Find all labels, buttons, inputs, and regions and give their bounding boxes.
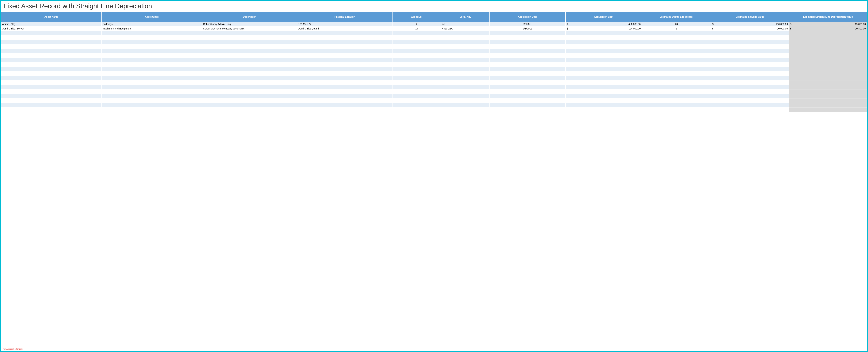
table-cell[interactable] bbox=[101, 35, 202, 40]
table-cell[interactable] bbox=[489, 44, 566, 49]
table-cell[interactable]: $124,000.00 bbox=[566, 26, 642, 31]
table-cell[interactable]: 4463-22A bbox=[441, 26, 489, 31]
table-cell[interactable] bbox=[393, 54, 441, 58]
table-cell[interactable]: 2/9/2015 bbox=[489, 22, 566, 26]
table-cell[interactable] bbox=[789, 99, 867, 103]
table-cell[interactable] bbox=[489, 99, 566, 103]
table-cell[interactable] bbox=[789, 67, 867, 71]
table-cell[interactable] bbox=[202, 35, 297, 40]
table-cell[interactable] bbox=[711, 103, 789, 107]
table-cell[interactable] bbox=[297, 103, 393, 107]
table-cell[interactable] bbox=[489, 62, 566, 67]
table-cell[interactable] bbox=[642, 94, 711, 99]
table-cell[interactable] bbox=[489, 58, 566, 62]
table-cell[interactable] bbox=[441, 80, 489, 85]
table-cell[interactable] bbox=[393, 103, 441, 107]
table-cell[interactable] bbox=[101, 67, 202, 71]
table-cell[interactable] bbox=[642, 67, 711, 71]
table-cell[interactable] bbox=[489, 103, 566, 107]
table-cell[interactable] bbox=[297, 67, 393, 71]
table-cell[interactable] bbox=[202, 85, 297, 90]
table-cell[interactable] bbox=[489, 94, 566, 99]
table-cell[interactable] bbox=[101, 103, 202, 107]
table-cell[interactable] bbox=[202, 31, 297, 35]
table-cell[interactable] bbox=[393, 62, 441, 67]
table-cell[interactable]: Admin. Bldg. Server bbox=[1, 26, 101, 31]
table-cell[interactable] bbox=[101, 49, 202, 54]
table-cell[interactable] bbox=[1, 103, 101, 107]
table-cell[interactable] bbox=[789, 107, 867, 112]
table-cell[interactable] bbox=[101, 76, 202, 80]
table-cell[interactable] bbox=[297, 71, 393, 76]
table-cell[interactable]: Admin. Bldg., 5th fl. bbox=[297, 26, 393, 31]
table-cell[interactable] bbox=[489, 90, 566, 94]
table-cell[interactable] bbox=[101, 44, 202, 49]
table-cell[interactable] bbox=[202, 94, 297, 99]
table-cell[interactable] bbox=[711, 44, 789, 49]
table-cell[interactable] bbox=[566, 54, 642, 58]
table-cell[interactable] bbox=[393, 71, 441, 76]
table-cell[interactable]: Buildings bbox=[101, 22, 202, 26]
table-cell[interactable] bbox=[1, 54, 101, 58]
table-cell[interactable] bbox=[789, 40, 867, 44]
table-cell[interactable] bbox=[297, 54, 393, 58]
col-acq-cost[interactable]: Acquisition Cost bbox=[566, 12, 642, 22]
table-cell[interactable] bbox=[202, 99, 297, 103]
col-location[interactable]: Physical Location bbox=[297, 12, 393, 22]
table-cell[interactable] bbox=[202, 54, 297, 58]
table-cell[interactable] bbox=[297, 107, 393, 112]
table-cell[interactable] bbox=[642, 31, 711, 35]
table-cell[interactable] bbox=[489, 49, 566, 54]
table-cell[interactable] bbox=[566, 103, 642, 107]
table-cell[interactable] bbox=[441, 44, 489, 49]
table-cell[interactable] bbox=[711, 85, 789, 90]
table-cell[interactable] bbox=[789, 58, 867, 62]
table-cell[interactable]: Admin. Bldg. bbox=[1, 22, 101, 26]
table-cell[interactable] bbox=[297, 40, 393, 44]
table-cell[interactable] bbox=[489, 40, 566, 44]
table-cell[interactable] bbox=[711, 58, 789, 62]
table-cell[interactable]: $20,800.00 bbox=[789, 26, 867, 31]
table-cell[interactable] bbox=[566, 99, 642, 103]
table-cell[interactable] bbox=[202, 103, 297, 107]
table-cell[interactable] bbox=[789, 54, 867, 58]
table-cell[interactable] bbox=[393, 76, 441, 80]
table-cell[interactable] bbox=[711, 76, 789, 80]
table-cell[interactable] bbox=[441, 62, 489, 67]
table-cell[interactable] bbox=[789, 76, 867, 80]
table-cell[interactable] bbox=[101, 40, 202, 44]
table-cell[interactable] bbox=[101, 54, 202, 58]
table-cell[interactable] bbox=[101, 99, 202, 103]
table-cell[interactable] bbox=[642, 40, 711, 44]
table-cell[interactable] bbox=[642, 58, 711, 62]
table-cell[interactable] bbox=[489, 71, 566, 76]
table-cell[interactable] bbox=[711, 107, 789, 112]
table-cell[interactable] bbox=[489, 35, 566, 40]
table-cell[interactable] bbox=[393, 40, 441, 44]
table-cell[interactable] bbox=[393, 94, 441, 99]
table-cell[interactable] bbox=[566, 31, 642, 35]
table-cell[interactable] bbox=[789, 90, 867, 94]
table-cell[interactable] bbox=[297, 49, 393, 54]
table-cell[interactable] bbox=[441, 107, 489, 112]
table-cell[interactable] bbox=[711, 31, 789, 35]
table-cell[interactable] bbox=[1, 31, 101, 35]
table-cell[interactable] bbox=[642, 49, 711, 54]
table-cell[interactable] bbox=[441, 90, 489, 94]
table-cell[interactable] bbox=[1, 80, 101, 85]
table-cell[interactable] bbox=[441, 76, 489, 80]
table-cell[interactable] bbox=[711, 54, 789, 58]
table-cell[interactable]: 2 bbox=[393, 22, 441, 26]
table-cell[interactable] bbox=[441, 54, 489, 58]
table-cell[interactable] bbox=[393, 35, 441, 40]
table-cell[interactable] bbox=[202, 67, 297, 71]
table-cell[interactable] bbox=[393, 99, 441, 103]
table-cell[interactable] bbox=[441, 35, 489, 40]
table-cell[interactable] bbox=[642, 35, 711, 40]
table-cell[interactable] bbox=[566, 62, 642, 67]
table-cell[interactable] bbox=[202, 49, 297, 54]
table-cell[interactable] bbox=[789, 80, 867, 85]
col-salvage-value[interactable]: Estimated Salvage Value bbox=[711, 12, 789, 22]
table-cell[interactable] bbox=[101, 85, 202, 90]
table-cell[interactable] bbox=[1, 58, 101, 62]
